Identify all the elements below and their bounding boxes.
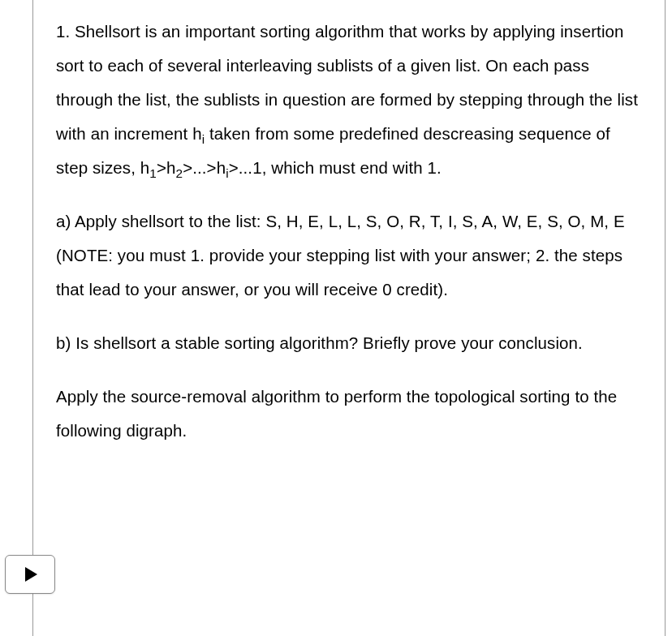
subscript-1: 1: [149, 166, 157, 180]
question-page: 1. Shellsort is an important sorting alg…: [32, 0, 666, 636]
subscript-2: 2: [175, 166, 183, 180]
question-part-a: a) Apply shellsort to the list: S, H, E,…: [56, 204, 642, 307]
intro-text-3: >h: [157, 158, 176, 177]
intro-text-4: >...>h: [183, 158, 226, 177]
play-button[interactable]: [5, 555, 55, 594]
intro-text-5: >...1, which must end with 1.: [229, 158, 442, 177]
play-icon: [25, 567, 37, 582]
question-body: 1. Shellsort is an important sorting alg…: [56, 15, 642, 448]
question-part-b: b) Is shellsort a stable sorting algorit…: [56, 326, 642, 360]
question-intro: 1. Shellsort is an important sorting alg…: [56, 15, 642, 185]
question-next: Apply the source-removal algorithm to pe…: [56, 380, 642, 448]
